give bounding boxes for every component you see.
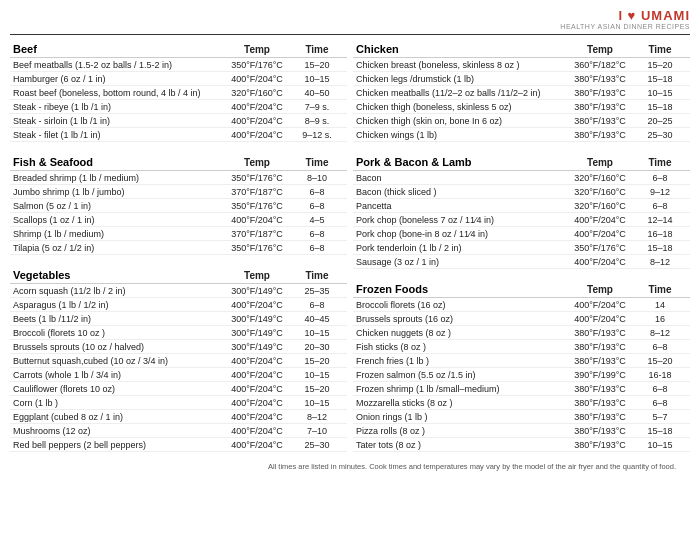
item-time: 6–8	[287, 199, 347, 213]
item-time: 15–20	[287, 58, 347, 72]
item-name: Corn (1 lb )	[10, 396, 227, 410]
table-row: Jumbo shrimp (1 lb / jumbo)370°F/187°C6–…	[10, 185, 347, 199]
item-name: Chicken wings (1 lb)	[353, 128, 570, 142]
table-row: Mushrooms (12 oz)400°F/204°C7–10	[10, 424, 347, 438]
item-name: Chicken thigh (skin on, bone In 6 oz)	[353, 114, 570, 128]
logo-sub: HEALTHY ASIAN DINNER RECIPES	[560, 23, 690, 30]
table-row: Beef meatballs (1.5-2 oz balls / 1.5-2 i…	[10, 58, 347, 72]
item-time: 20–25	[630, 114, 690, 128]
item-temp: 380°F/193°C	[570, 100, 630, 114]
item-name: Chicken legs /drumstick (1 lb)	[353, 72, 570, 86]
item-name: Bacon	[353, 171, 570, 185]
item-name: Acorn squash (11/2 lb / 2 in)	[10, 284, 227, 298]
item-name: Frozen shrimp (1 lb /small–medium)	[353, 382, 570, 396]
table-row: Bacon (thick sliced )320°F/160°C9–12	[353, 185, 690, 199]
item-temp: 380°F/193°C	[570, 424, 630, 438]
item-name: Steak - sirloin (1 lb /1 in)	[10, 114, 227, 128]
item-name: Pork chop (bone-in 8 oz / 11⁄4 in)	[353, 227, 570, 241]
item-name: Onion rings (1 lb )	[353, 410, 570, 424]
item-temp: 370°F/187°C	[227, 185, 287, 199]
table-row: Pizza rolls (8 oz )380°F/193°C15–18	[353, 424, 690, 438]
item-time: 6–8	[630, 340, 690, 354]
item-time: 10–15	[630, 86, 690, 100]
item-temp: 380°F/193°C	[570, 340, 630, 354]
item-name: Butternut squash,cubed (10 oz / 3/4 in)	[10, 354, 227, 368]
fish-table: Fish & Seafood Temp Time Breaded shrimp …	[10, 154, 347, 255]
veg-header: Vegetables	[10, 267, 227, 284]
table-row: Tater tots (8 oz )380°F/193°C10–15	[353, 438, 690, 452]
item-name: Beef meatballs (1.5-2 oz balls / 1.5-2 i…	[10, 58, 227, 72]
item-temp: 400°F/204°C	[227, 438, 287, 452]
table-row: Onion rings (1 lb )380°F/193°C5–7	[353, 410, 690, 424]
item-name: Tilapia (5 oz / 1/2 in)	[10, 241, 227, 255]
pork-header: Pork & Bacon & Lamb	[353, 154, 570, 171]
item-name: Steak - ribeye (1 lb /1 in)	[10, 100, 227, 114]
item-time: 10–15	[287, 72, 347, 86]
pork-time-header: Time	[630, 154, 690, 171]
item-time: 6–8	[287, 185, 347, 199]
item-name: Chicken nuggets (8 oz )	[353, 326, 570, 340]
left-column: Beef Temp Time Beef meatballs (1.5-2 oz …	[10, 41, 347, 458]
table-row: Steak - ribeye (1 lb /1 in)400°F/204°C7–…	[10, 100, 347, 114]
table-row: Broccoli (florets 10 oz )300°F/149°C10–1…	[10, 326, 347, 340]
table-row: Steak - sirloin (1 lb /1 in)400°F/204°C8…	[10, 114, 347, 128]
item-name: Pancetta	[353, 199, 570, 213]
fish-temp-header: Temp	[227, 154, 287, 171]
item-time: 4–5	[287, 213, 347, 227]
item-temp: 350°F/176°C	[227, 199, 287, 213]
item-time: 25–35	[287, 284, 347, 298]
item-name: Shrimp (1 lb / medium)	[10, 227, 227, 241]
table-row: Brussels sprouts (10 oz / halved)300°F/1…	[10, 340, 347, 354]
item-name: Pork tenderloin (1 lb / 2 in)	[353, 241, 570, 255]
right-column: Chicken Temp Time Chicken breast (bonele…	[353, 41, 690, 458]
item-temp: 380°F/193°C	[570, 128, 630, 142]
item-temp: 400°F/204°C	[570, 213, 630, 227]
table-row: Steak - filet (1 lb /1 in)400°F/204°C9–1…	[10, 128, 347, 142]
item-time: 8–10	[287, 171, 347, 185]
table-row: Red bell peppers (2 bell peppers)400°F/2…	[10, 438, 347, 452]
table-row: Chicken wings (1 lb)380°F/193°C25–30	[353, 128, 690, 142]
item-temp: 400°F/204°C	[227, 213, 287, 227]
item-time: 6–8	[630, 396, 690, 410]
item-temp: 400°F/204°C	[570, 255, 630, 269]
item-time: 6–8	[630, 382, 690, 396]
item-time: 15–18	[630, 100, 690, 114]
item-name: Broccoli (florets 10 oz )	[10, 326, 227, 340]
frozen-temp-header: Temp	[570, 281, 630, 298]
item-temp: 380°F/193°C	[570, 354, 630, 368]
table-row: Scallops (1 oz / 1 in)400°F/204°C4–5	[10, 213, 347, 227]
table-row: Sausage (3 oz / 1 in)400°F/204°C8–12	[353, 255, 690, 269]
beef-time-header: Time	[287, 41, 347, 58]
item-name: Hamburger (6 oz / 1 in)	[10, 72, 227, 86]
item-time: 8–12	[630, 255, 690, 269]
table-row: Pork tenderloin (1 lb / 2 in)350°F/176°C…	[353, 241, 690, 255]
table-row: Chicken thigh (boneless, skinless 5 oz)3…	[353, 100, 690, 114]
item-name: Beets (1 lb /11/2 in)	[10, 312, 227, 326]
item-time: 15–20	[287, 354, 347, 368]
item-name: Steak - filet (1 lb /1 in)	[10, 128, 227, 142]
item-time: 7–9 s.	[287, 100, 347, 114]
item-time: 9–12 s.	[287, 128, 347, 142]
veg-time-header: Time	[287, 267, 347, 284]
item-name: Tater tots (8 oz )	[353, 438, 570, 452]
item-temp: 380°F/193°C	[570, 396, 630, 410]
table-row: Pancetta320°F/160°C6–8	[353, 199, 690, 213]
footnote: All times are listed in minutes. Cook ti…	[10, 462, 690, 471]
item-time: 15–20	[287, 382, 347, 396]
item-temp: 400°F/204°C	[227, 368, 287, 382]
item-time: 25–30	[287, 438, 347, 452]
item-time: 15–18	[630, 72, 690, 86]
item-name: Mozzarella sticks (8 oz )	[353, 396, 570, 410]
chicken-temp-header: Temp	[570, 41, 630, 58]
item-time: 15–18	[630, 424, 690, 438]
item-time: 16–18	[630, 227, 690, 241]
item-name: Brussels sprouts (10 oz / halved)	[10, 340, 227, 354]
veg-table: Vegetables Temp Time Acorn squash (11/2 …	[10, 267, 347, 452]
table-row: Corn (1 lb )400°F/204°C10–15	[10, 396, 347, 410]
table-row: Mozzarella sticks (8 oz )380°F/193°C6–8	[353, 396, 690, 410]
item-name: Salmon (5 oz / 1 in)	[10, 199, 227, 213]
item-temp: 300°F/149°C	[227, 326, 287, 340]
item-name: Pizza rolls (8 oz )	[353, 424, 570, 438]
item-time: 10–15	[630, 438, 690, 452]
item-temp: 400°F/204°C	[227, 396, 287, 410]
